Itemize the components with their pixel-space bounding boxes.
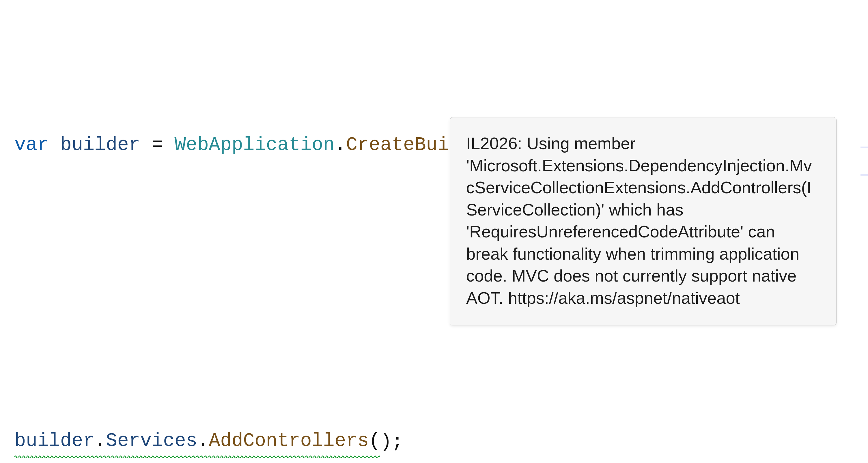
type-webapplication: WebApplication <box>175 130 335 160</box>
open-paren: ( <box>369 430 380 452</box>
warning-span[interactable]: builder.Services.AddControllers( <box>14 426 380 458</box>
dot: . <box>94 430 106 452</box>
dot: . <box>335 130 346 160</box>
keyword-var: var <box>14 130 49 160</box>
method-addcontrollers: AddControllers <box>209 430 369 452</box>
property-services: Services <box>106 430 197 452</box>
dot: . <box>197 430 209 452</box>
space <box>49 130 60 160</box>
code-line-3[interactable]: builder.Services.AddControllers(); <box>14 427 868 457</box>
warning-tooltip-text: IL2026: Using member 'Microsoft.Extensio… <box>466 134 812 307</box>
gutter-current-line-marker-top <box>861 146 868 148</box>
close-call: ); <box>380 427 403 457</box>
identifier-builder: builder <box>14 430 94 452</box>
gutter-current-line-marker-bottom <box>861 174 868 176</box>
assign: = <box>140 130 175 160</box>
warning-tooltip: IL2026: Using member 'Microsoft.Extensio… <box>450 117 837 325</box>
identifier-builder: builder <box>60 130 140 160</box>
